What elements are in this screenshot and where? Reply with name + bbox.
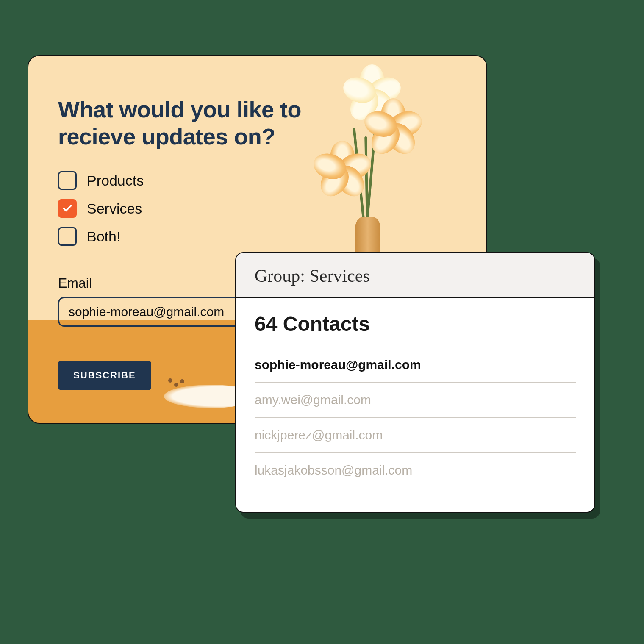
subscribe-button[interactable]: SUBSCRIBE [58,361,151,390]
contacts-group-header: Group: Services [236,253,594,298]
option-row-services[interactable]: Services [58,199,457,218]
contacts-count: 64 Contacts [255,312,576,336]
contact-row[interactable]: amy.wei@gmail.com [255,383,576,418]
option-label: Services [87,200,142,217]
option-row-products[interactable]: Products [58,171,457,190]
checkbox-services[interactable] [58,199,77,218]
contact-row[interactable]: nickjperez@gmail.com [255,418,576,453]
form-heading: What would you like to recieve updates o… [58,96,355,150]
contact-row[interactable]: sophie-moreau@gmail.com [255,347,576,383]
contact-row[interactable]: lukasjakobsson@gmail.com [255,453,576,488]
check-icon [62,203,73,214]
option-label: Products [87,172,144,189]
checkbox-products[interactable] [58,171,77,190]
option-label: Both! [87,228,120,245]
option-row-both[interactable]: Both! [58,227,457,246]
update-options: Products Services Both! [58,171,457,246]
contacts-panel: Group: Services 64 Contacts sophie-morea… [235,252,595,513]
checkbox-both[interactable] [58,227,77,246]
contacts-body: 64 Contacts sophie-moreau@gmail.com amy.… [236,298,594,488]
